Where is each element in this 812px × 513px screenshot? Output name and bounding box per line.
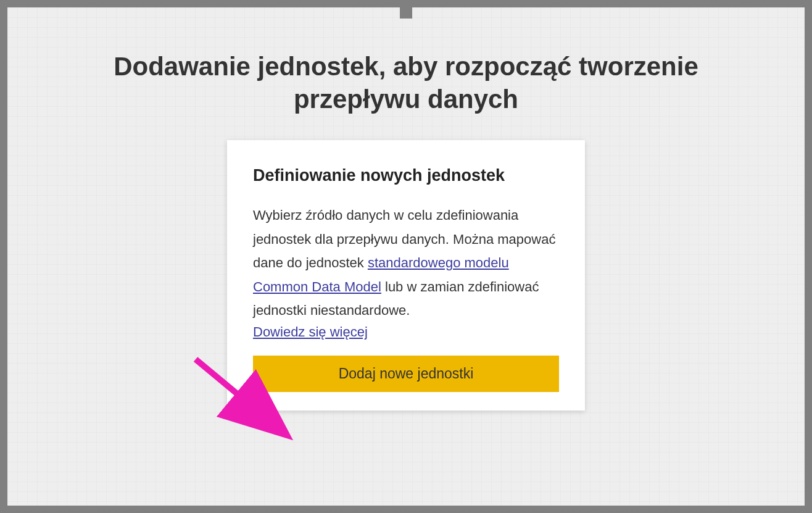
top-notch-decoration	[400, 7, 412, 19]
card-title: Definiowanie nowych jednostek	[253, 166, 559, 185]
define-entities-card: Definiowanie nowych jednostek Wybierz źr…	[227, 140, 585, 411]
add-new-entities-button[interactable]: Dodaj nowe jednostki	[253, 356, 559, 392]
card-description: Wybierz źródło danych w celu zdefiniowan…	[253, 204, 559, 323]
learn-more-link[interactable]: Dowiedz się więcej	[253, 324, 368, 340]
content-area: Dodawanie jednostek, aby rozpocząć tworz…	[7, 7, 805, 506]
page-title: Dodawanie jednostek, aby rozpocząć tworz…	[7, 51, 805, 115]
